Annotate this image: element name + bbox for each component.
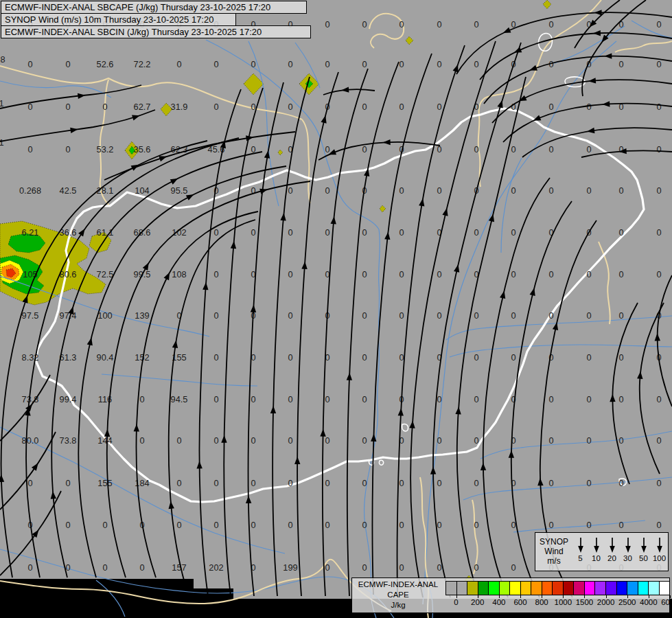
grid-value: 0 [213, 520, 218, 530]
wind-speed-label: 50 [639, 554, 648, 562]
grid-value: 0 [474, 310, 478, 321]
grid-value: 0 [176, 59, 181, 69]
grid-value: 0 [362, 520, 367, 530]
grid-value: 0 [213, 310, 218, 321]
grid-value: 0 [511, 185, 515, 196]
grid-value: 0 [288, 435, 292, 446]
grid-value: 0 [139, 435, 144, 446]
grid-value: 0 [325, 435, 329, 446]
grid-value: 0 [362, 310, 367, 321]
grid-value: 0 [362, 352, 367, 363]
title-line-synop-wind: SYNOP Wind (m/s) 10m Thursday 23-10-2025… [1, 13, 236, 26]
grid-value: 0 [656, 59, 661, 69]
cape-color-swatch [445, 581, 457, 595]
grid-value: 0 [586, 185, 591, 196]
grid-value: 102 [172, 227, 186, 238]
grid-value: 0 [325, 185, 329, 196]
grid-value: 0 [548, 102, 553, 112]
grid-value: 0 [213, 59, 218, 69]
grid-value: 0 [437, 269, 441, 279]
grid-value: 0 [511, 227, 515, 238]
grid-value: 31.9 [171, 102, 188, 112]
grid-value: 0 [251, 102, 255, 112]
grid-value: 90.4 [97, 352, 114, 363]
synop-legend-title-line: Wind [535, 547, 572, 556]
grid-value: 0 [618, 227, 623, 238]
grid-value: 80.0 [22, 435, 39, 446]
grid-value: 0 [548, 269, 553, 279]
grid-value: 0 [362, 478, 367, 488]
grid-value: 0.268 [19, 185, 41, 196]
down-arrow-icon [623, 536, 633, 553]
grid-value: 0 [362, 59, 367, 69]
grid-value: 0 [213, 352, 218, 363]
grid-value: 0 [288, 352, 292, 363]
cape-color-swatch [573, 581, 585, 595]
grid-value: 0 [176, 520, 181, 530]
grid-value: 0 [437, 394, 441, 404]
grid-value: 0 [362, 144, 367, 154]
grid-value: 1 [0, 98, 4, 108]
grid-value: 0 [139, 562, 144, 573]
cape-legend-title-line: J/kg [352, 600, 444, 610]
grid-value: 0 [656, 520, 661, 530]
cape-color-swatch [531, 581, 542, 595]
wind-speed-item: 100 [651, 536, 667, 571]
grid-value: 0 [251, 394, 255, 404]
grid-value: 0 [474, 59, 478, 69]
grid-value: 0 [586, 435, 591, 446]
grid-value: 0 [548, 19, 553, 30]
grid-value: 155 [97, 478, 112, 488]
wind-speed-label: 30 [623, 554, 632, 562]
down-arrow-icon [576, 536, 586, 553]
map-background [0, 0, 672, 618]
down-arrow-icon [639, 536, 649, 553]
grid-value: 6.21 [22, 227, 39, 238]
wind-speed-item: 50 [636, 536, 651, 571]
grid-value: 0 [618, 59, 623, 69]
grid-value: 0 [399, 310, 404, 321]
grid-value: 0 [65, 144, 70, 154]
grid-value: 0 [437, 435, 441, 446]
grid-value: 0 [362, 562, 367, 573]
wind-speed-item: 20 [604, 536, 620, 571]
grid-value: 0 [618, 435, 623, 446]
grid-value: 0 [288, 185, 292, 196]
cape-tick-label: 4000 [640, 598, 658, 606]
grid-value: 0 [176, 435, 181, 446]
grid-value: 97.4 [60, 310, 77, 321]
title-line-sbcin: ECMWF-INDEX-ANAL SBCIN (J/kg) Thursday 2… [1, 25, 311, 38]
grid-value: 0 [399, 562, 404, 573]
grid-value: 0 [213, 435, 218, 446]
grid-value: 0 [437, 520, 441, 530]
grid-value: 0 [548, 435, 553, 446]
grid-value: 0 [618, 185, 623, 196]
grid-value: 0 [511, 269, 515, 279]
grid-value: 0 [288, 227, 292, 238]
grid-value: 0 [399, 19, 404, 30]
grid-value: 0 [511, 144, 515, 154]
cape-tick-label: 1500 [576, 598, 594, 606]
cape-tick-label: 6000 [661, 598, 672, 606]
grid-value: 72.5 [97, 269, 114, 279]
grid-value: 0 [586, 310, 591, 321]
wind-speed-label: 10 [592, 554, 601, 562]
grid-value: 0 [27, 59, 32, 69]
grid-value: 61.3 [60, 352, 77, 363]
cape-tick-label: 800 [535, 598, 548, 606]
grid-value: 0 [288, 394, 292, 404]
cape-tick-label: 0 [454, 598, 458, 606]
grid-value: 35.6 [134, 144, 151, 154]
grid-value: 0 [251, 435, 255, 446]
grid-value: 0 [325, 227, 329, 238]
grid-value: 0 [511, 352, 515, 363]
grid-value: 0 [362, 227, 367, 238]
grid-value: 0 [511, 310, 515, 321]
grid-value: 8 [0, 54, 5, 65]
cape-color-swatch [478, 581, 489, 595]
grid-value: 0 [548, 478, 553, 488]
grid-value: 0 [511, 562, 515, 573]
grid-value: 0 [548, 520, 553, 530]
wind-speed-item: 5 [572, 536, 588, 571]
grid-value: 0 [65, 59, 70, 69]
